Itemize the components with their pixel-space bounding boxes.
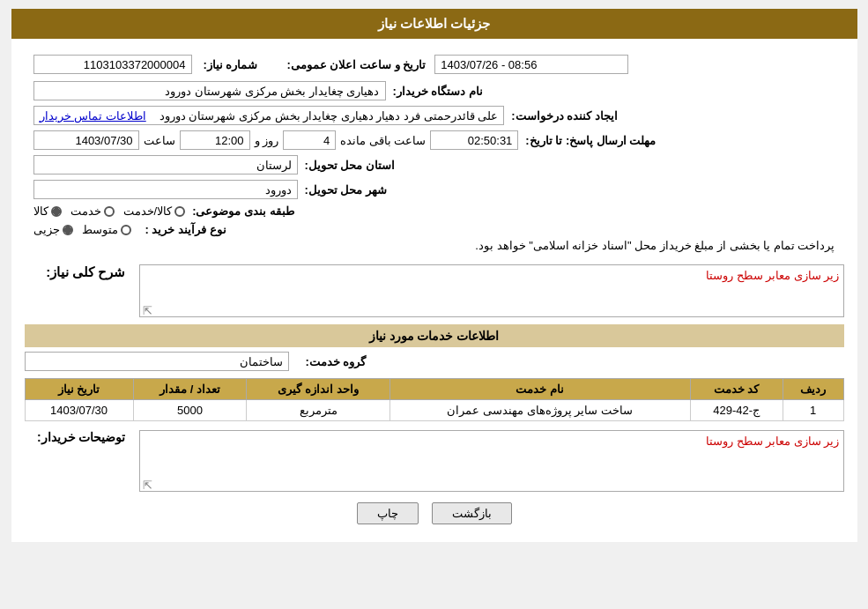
tawzih-content: زیر سازی معابر سطح روستا (706, 434, 839, 448)
khadamat-section-title: اطلاعات خدمات مورد نیاز (25, 324, 844, 347)
radio-motavaset[interactable]: متوسط (82, 223, 131, 236)
ettelaat-tamas-link[interactable]: اطلاعات تماس خریدار (40, 109, 146, 123)
radio-kala-circle (51, 206, 62, 217)
shomara-niaz-value: 1103103372000004 (33, 55, 192, 74)
timer-value: 02:50:31 (430, 130, 518, 150)
shomara-niaz-label: شماره نیاز: (204, 58, 258, 71)
rooz-label: روز و (255, 134, 279, 147)
col-tarikh: تاریخ نیاز (25, 379, 133, 400)
cell-2: ساخت سایر پروژه‌های مهندسی عمران (389, 400, 690, 421)
tarikh-label: تاریخ و ساعت اعلان عمومی: (286, 58, 426, 71)
ostan-label: استان محل تحویل: (305, 159, 396, 172)
page-header: جزئیات اطلاعات نیاز (11, 9, 857, 39)
sharh-niaz-textarea[interactable]: زیر سازی معابر سطح روستا ⇱ (139, 264, 844, 317)
col-vahed: واحد اندازه گیری (247, 379, 389, 400)
radio-jozvi-circle (63, 225, 73, 235)
date-value: 1403/07/30 (33, 130, 139, 150)
col-radif: ردیف (783, 379, 843, 400)
rooz-value: 4 (283, 130, 336, 150)
bazgasht-button[interactable]: بازگشت (432, 502, 512, 524)
sharh-niaz-label: شرح کلی نیاز: (46, 264, 125, 279)
radio-jozvi[interactable]: جزیی (33, 223, 73, 236)
resize-handle[interactable]: ⇱ (142, 304, 152, 315)
chap-button[interactable]: چاپ (357, 502, 419, 524)
cell-3: مترمربع (247, 400, 389, 421)
notice-text: پرداخت تمام یا بخشی از مبلغ خریداز محل "… (475, 239, 835, 252)
tarikh-value: 1403/07/26 - 08:56 (434, 55, 628, 74)
baghimande-label: ساعت باقی مانده (340, 134, 426, 147)
page-title: جزئیات اطلاعات نیاز (378, 16, 490, 31)
col-kod-khedmat: کد خدمت (690, 379, 783, 400)
radio-khedmat[interactable]: خدمت (70, 204, 115, 218)
table-row: 1ج-42-429ساخت سایر پروژه‌های مهندسی عمرا… (25, 400, 843, 421)
mohlat-label: مهلت ارسال پاسخ: تا تاریخ: (525, 134, 656, 147)
name-dastgah-label: نام دستگاه خریدار: (393, 85, 484, 98)
khadamat-table: ردیف کد خدمت نام خدمت واحد اندازه گیری ت… (25, 378, 844, 421)
gorohe-khedmat-value: ساختمان (25, 352, 289, 371)
cell-1: ج-42-429 (690, 400, 783, 421)
tawzih-label: توضیحات خریدار: (37, 430, 126, 444)
nove-farayand-label: نوع فرآیند خرید : (145, 223, 226, 236)
radio-kala-khedmat[interactable]: کالا/خدمت (123, 204, 186, 218)
radio-kala-khedmat-circle (174, 206, 185, 217)
shahr-value: دورود (33, 180, 298, 199)
name-dastgah-value: دهیاری چغایدار بخش مرکزی شهرستان دورود (33, 81, 386, 100)
saat-value: 12:00 (180, 130, 250, 150)
sharh-niaz-content: زیر سازی معابر سطح روستا (706, 269, 839, 282)
tawzih-textarea[interactable]: زیر سازی معابر سطح روستا ⇱ (139, 430, 844, 492)
cell-5: 1403/07/30 (25, 400, 133, 421)
ijad-konande-value: علی قائدرحمتی فرد دهیار دهیاری چغایدار ب… (33, 106, 505, 125)
cell-4: 5000 (133, 400, 247, 421)
cell-0: 1 (783, 400, 843, 421)
radio-motavaset-circle (121, 225, 131, 235)
shahr-label: شهر محل تحویل: (305, 183, 388, 197)
tabaqabandi-label: طبقه بندی موضوعی: (192, 204, 294, 218)
tawzih-resize-handle[interactable]: ⇱ (142, 479, 152, 489)
radio-kala[interactable]: کالا (33, 204, 62, 218)
button-row: بازگشت چاپ (25, 502, 844, 524)
ostan-value: لرستان (33, 155, 298, 175)
col-tedad: تعداد / مقدار (133, 379, 247, 400)
gorohe-khedmat-label: گروه خدمت: (296, 355, 367, 368)
saat-label: ساعت (144, 134, 175, 147)
ijad-konande-label: ایجاد کننده درخواست: (511, 109, 618, 123)
col-name-khedmat: نام خدمت (389, 379, 690, 400)
radio-khedmat-circle (104, 206, 115, 217)
